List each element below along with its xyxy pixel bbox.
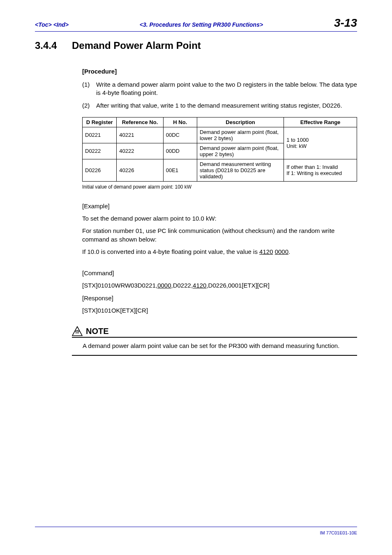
underlined-value: 4120 <box>259 248 273 255</box>
range-line: Unit: kW <box>286 143 307 149</box>
example-line: To set the demand power alarm point to 1… <box>82 214 357 223</box>
footer-divider <box>35 527 357 527</box>
procedure-item: (1) Write a demand power alarm point val… <box>82 81 357 97</box>
cell-ref: 40226 <box>117 159 163 181</box>
range-line: If 1: Writing is executed <box>286 170 342 176</box>
th-hno: H No. <box>163 117 197 127</box>
response-label: [Response] <box>82 294 357 302</box>
section-title: Demand Power Alarm Point <box>72 40 201 51</box>
example-line: If 10.0 is converted into a 4-byte float… <box>82 248 357 256</box>
procedure-item-number: (1) <box>82 81 96 97</box>
underlined-value: 4120 <box>193 282 206 289</box>
cell-dreg: D0226 <box>83 159 117 181</box>
th-dregister: D Register <box>83 117 117 127</box>
text-fragment: If 10.0 is converted into a 4-byte float… <box>82 248 259 255</box>
chapter-title: <3. Procedures for Setting PR300 Functio… <box>140 21 263 28</box>
th-description: Description <box>197 117 284 127</box>
text-fragment: ,D0222, <box>171 282 193 289</box>
example-label: [Example] <box>82 202 357 210</box>
ind-link[interactable]: <Ind> <box>53 21 69 28</box>
header-divider <box>35 31 357 32</box>
warning-icon <box>72 326 83 336</box>
cell-desc: Demand power alarm point (float, lower 2… <box>197 127 284 143</box>
table-row: D0221 40221 00DC Demand power alarm poin… <box>83 127 357 143</box>
register-table: D Register Reference No. H No. Descripti… <box>82 117 357 182</box>
procedure-item: (2) After writing that value, write 1 to… <box>82 101 357 110</box>
procedure-list: (1) Write a demand power alarm point val… <box>82 81 357 110</box>
command-label: [Command] <box>82 269 357 277</box>
text-fragment: ,D0226,0001[ETX][CR] <box>206 282 269 289</box>
cell-hno: 00DD <box>163 143 197 159</box>
text-fragment: [STX]01010WRW03D0221, <box>82 282 157 289</box>
header-nav: <Toc> <Ind> <box>35 21 69 28</box>
procedure-label: [Procedure] <box>82 68 357 75</box>
underlined-value: 0000 <box>157 282 171 289</box>
page-footer: IM 77C01E01-10E <box>35 527 357 535</box>
command-line: [STX]01010WRW03D0221,0000,D0222,4120,D02… <box>82 281 357 290</box>
cell-hno: 00E1 <box>163 159 197 181</box>
procedure-item-text: After writing that value, write 1 to the… <box>96 101 342 110</box>
range-line: 1 to 1000 <box>286 137 309 143</box>
th-reference: Reference No. <box>117 117 163 127</box>
procedure-item-text: Write a demand power alarm point value t… <box>96 81 357 97</box>
note-body: A demand power alarm point value can be … <box>72 338 357 356</box>
cell-ref: 40222 <box>117 143 163 159</box>
procedure-item-number: (2) <box>82 101 96 110</box>
table-row: D0226 40226 00E1 Demand measurement writ… <box>83 159 357 181</box>
th-range: Effective Range <box>284 117 357 127</box>
response-line: [STX]0101OK[ETX][CR] <box>82 306 357 315</box>
document-id: IM 77C01E01-10E <box>35 530 357 535</box>
cell-range: 1 to 1000 Unit: kW <box>284 127 357 159</box>
cell-hno: 00DC <box>163 127 197 143</box>
table-footnote: Initial value of demand power alarm poin… <box>82 184 357 190</box>
cell-ref: 40221 <box>117 127 163 143</box>
example-line: For station number 01, use PC link commu… <box>82 227 357 244</box>
note-title: NOTE <box>86 327 109 336</box>
cell-desc: Demand power alarm point (float, upper 2… <box>197 143 284 159</box>
underlined-value: 0000 <box>275 248 288 255</box>
page-number: 3-13 <box>334 16 357 30</box>
note-block: NOTE A demand power alarm point value ca… <box>72 326 357 356</box>
toc-link[interactable]: <Toc> <box>35 21 52 28</box>
cell-range: If other than 1: Invalid If 1: Writing i… <box>284 159 357 181</box>
section-number: 3.4.4 <box>35 40 72 51</box>
cell-dreg: D0222 <box>83 143 117 159</box>
text-fragment: . <box>288 248 290 255</box>
range-line: If other than 1: Invalid <box>286 164 338 170</box>
section-heading: 3.4.4Demand Power Alarm Point <box>35 40 357 51</box>
cell-desc: Demand measurement writing status (D0218… <box>197 159 284 181</box>
cell-dreg: D0221 <box>83 127 117 143</box>
